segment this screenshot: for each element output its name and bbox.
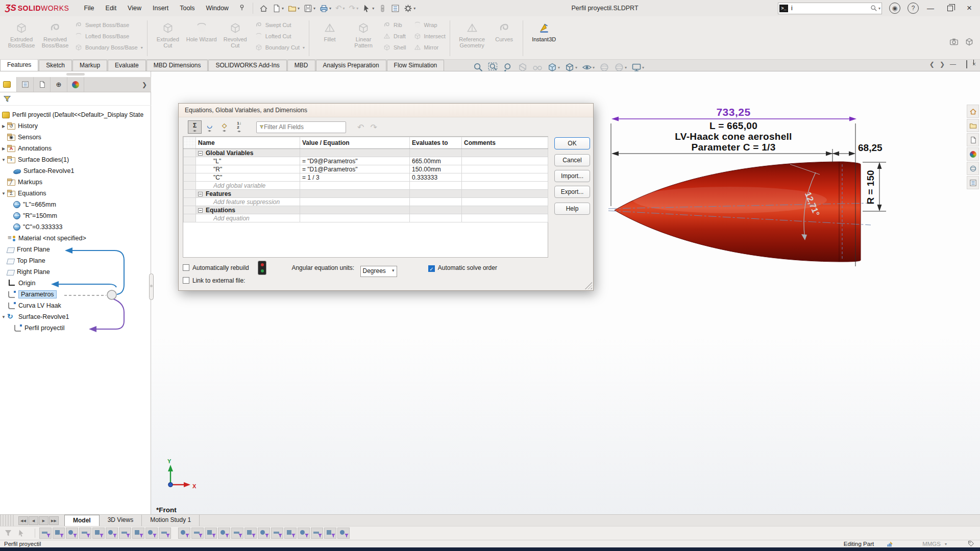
ordered-view-button[interactable]: 1↓2 bbox=[232, 120, 246, 134]
menu-edit[interactable]: Edit bbox=[100, 0, 122, 16]
filter-datums-icon[interactable] bbox=[258, 528, 270, 539]
reference-geometry-button[interactable]: Reference Geometry bbox=[454, 19, 490, 48]
sketch-equation-view-button[interactable]: ◡ bbox=[203, 120, 216, 134]
tree-item-history[interactable]: ▶History bbox=[0, 120, 151, 132]
tree-item-surface-bodies[interactable]: ▼Surface Bodies(1) bbox=[0, 154, 151, 165]
fillet-button[interactable]: Fillet bbox=[313, 19, 346, 42]
dialog-filter-box[interactable] bbox=[256, 121, 346, 133]
redo-button[interactable]: ↷▾ bbox=[348, 3, 360, 13]
add-equation-row[interactable]: Add equation bbox=[184, 214, 548, 222]
restore-button[interactable] bbox=[942, 2, 958, 14]
filter-vertices-icon[interactable] bbox=[39, 528, 52, 539]
cancel-button[interactable]: Cancel bbox=[554, 154, 590, 166]
filter-center-marks-icon[interactable] bbox=[178, 528, 190, 539]
propertymanager-tab[interactable] bbox=[17, 77, 34, 92]
filter-axes-icon[interactable] bbox=[106, 528, 118, 539]
swept-boss-base-button[interactable]: Swept Boss/Base bbox=[75, 19, 143, 31]
tree-item-global-R[interactable]: "R"=150mm bbox=[0, 210, 151, 221]
print-button[interactable]: ▾ bbox=[318, 4, 332, 13]
filter-edges-icon[interactable] bbox=[53, 528, 65, 539]
previous-document-icon[interactable]: ❮ bbox=[929, 61, 935, 68]
appearances-icon[interactable] bbox=[967, 147, 979, 161]
filter-centerlines-icon[interactable] bbox=[191, 528, 204, 539]
menu-insert[interactable]: Insert bbox=[147, 0, 174, 16]
displaymanager-tab[interactable] bbox=[67, 77, 84, 92]
next-tab-icon[interactable]: ▶ bbox=[39, 516, 48, 525]
tab-features[interactable]: Features bbox=[0, 59, 38, 71]
scenes-icon[interactable] bbox=[967, 162, 979, 175]
save-button[interactable]: ▾ bbox=[303, 4, 316, 13]
automatic-solve-order-checkbox[interactable]: ✓ bbox=[428, 265, 435, 272]
menu-window[interactable]: Window bbox=[200, 0, 234, 16]
filter-surface-bodies-icon[interactable] bbox=[79, 528, 91, 539]
shell-button[interactable]: Shell bbox=[383, 42, 406, 53]
pin-menu-icon[interactable] bbox=[238, 4, 246, 13]
revolved-boss-base-button[interactable]: Revolved Boss/Base bbox=[39, 19, 71, 48]
table-row[interactable]: "R" = "D1@Parametros" 150.00mm bbox=[184, 165, 548, 173]
extruded-cut-button[interactable]: Extruded Cut bbox=[152, 19, 184, 48]
filter-notes-icon[interactable] bbox=[218, 528, 230, 539]
wrap-button[interactable]: Wrap bbox=[413, 19, 446, 31]
panel-splitter-handle[interactable] bbox=[149, 273, 154, 300]
command-search-box[interactable]: >_ ▾ bbox=[778, 3, 882, 14]
rebuild-button[interactable] bbox=[377, 4, 388, 13]
linear-pattern-button[interactable]: Linear Pattern bbox=[347, 19, 380, 48]
tree-item-global-L[interactable]: "L"=665mm bbox=[0, 199, 151, 210]
view-orientation-icon[interactable]: ▾ bbox=[546, 61, 561, 73]
search-icon[interactable]: ▾ bbox=[870, 5, 880, 12]
dialog-resize-grip[interactable] bbox=[585, 282, 592, 289]
select-tool-button[interactable]: ▾ bbox=[361, 4, 375, 13]
filter-midpoints-icon[interactable] bbox=[159, 528, 171, 539]
apply-scene-icon[interactable]: ▾ bbox=[613, 61, 628, 73]
section-view-icon[interactable] bbox=[517, 61, 529, 73]
filter-planes-icon[interactable] bbox=[119, 528, 131, 539]
filter-dimensions-icon[interactable] bbox=[205, 528, 217, 539]
new-document-button[interactable]: ▾ bbox=[271, 4, 285, 13]
filter-surface-finish-icon[interactable] bbox=[284, 528, 297, 539]
home-button[interactable] bbox=[258, 4, 269, 13]
dialog-filter-input[interactable] bbox=[264, 123, 343, 131]
pane-splitter-grip[interactable] bbox=[0, 515, 14, 526]
view-settings-icon[interactable]: ▾ bbox=[630, 61, 645, 73]
first-tab-icon[interactable]: ◀◀ bbox=[18, 516, 28, 525]
collapse-icon[interactable] bbox=[198, 208, 203, 213]
extruded-boss-base-button[interactable]: Extruded Boss/Base bbox=[5, 19, 38, 48]
next-document-icon[interactable]: ❯ bbox=[940, 61, 945, 68]
curves-button[interactable]: Curves bbox=[491, 19, 518, 42]
revolved-cut-button[interactable]: Revolved Cut bbox=[219, 19, 252, 48]
user-account-icon[interactable]: ◉ bbox=[889, 3, 900, 14]
filter-routing-points-icon[interactable] bbox=[324, 528, 336, 539]
tab-solidworks-add-ins[interactable]: SOLIDWORKS Add-Ins bbox=[208, 60, 286, 71]
design-library-icon[interactable] bbox=[967, 119, 979, 132]
menu-tools[interactable]: Tools bbox=[174, 0, 200, 16]
tab-markup[interactable]: Markup bbox=[72, 60, 107, 71]
add-feature-suppression-row[interactable]: Add feature suppression bbox=[184, 198, 548, 206]
intersect-button[interactable]: Intersect bbox=[413, 31, 446, 42]
export-button[interactable]: Export... bbox=[554, 186, 590, 198]
filter-faces-icon[interactable] bbox=[66, 528, 78, 539]
zoom-fit-icon[interactable] bbox=[472, 61, 484, 73]
tree-item-top-plane[interactable]: Top Plane bbox=[0, 255, 151, 266]
help-icon[interactable]: ? bbox=[908, 3, 919, 14]
tree-filter-row[interactable] bbox=[0, 92, 151, 106]
collapse-icon[interactable] bbox=[198, 192, 203, 196]
tree-item-surface-revolve1-body[interactable]: Surface-Revolve1 bbox=[0, 165, 151, 177]
custom-properties-icon[interactable] bbox=[967, 176, 979, 189]
dialog-undo-icon[interactable]: ↶ bbox=[357, 122, 364, 132]
section-global-variables[interactable]: Global Variables bbox=[184, 149, 548, 157]
tab-3d-views[interactable]: 3D Views bbox=[100, 515, 142, 526]
close-button[interactable]: × bbox=[962, 2, 977, 14]
filter-solid-bodies-icon[interactable] bbox=[92, 528, 105, 539]
automatically-rebuild-checkbox[interactable] bbox=[183, 264, 189, 271]
configurationmanager-tab[interactable] bbox=[34, 77, 51, 92]
filter-blocks-icon[interactable] bbox=[298, 528, 310, 539]
ok-button[interactable]: OK bbox=[554, 137, 590, 149]
tree-item-material[interactable]: Material <not specified> bbox=[0, 233, 151, 244]
tab-flow-simulation[interactable]: Flow Simulation bbox=[387, 60, 445, 71]
file-properties-button[interactable] bbox=[390, 4, 401, 13]
view-annotations-icon[interactable] bbox=[531, 61, 544, 73]
draft-button[interactable]: Draft bbox=[383, 31, 406, 42]
tree-item-origin[interactable]: Origin bbox=[0, 278, 151, 289]
table-row[interactable]: "C" = 1 / 3 0.333333 bbox=[184, 173, 548, 182]
dimxpertmanager-tab[interactable]: ⊕ bbox=[51, 77, 67, 92]
